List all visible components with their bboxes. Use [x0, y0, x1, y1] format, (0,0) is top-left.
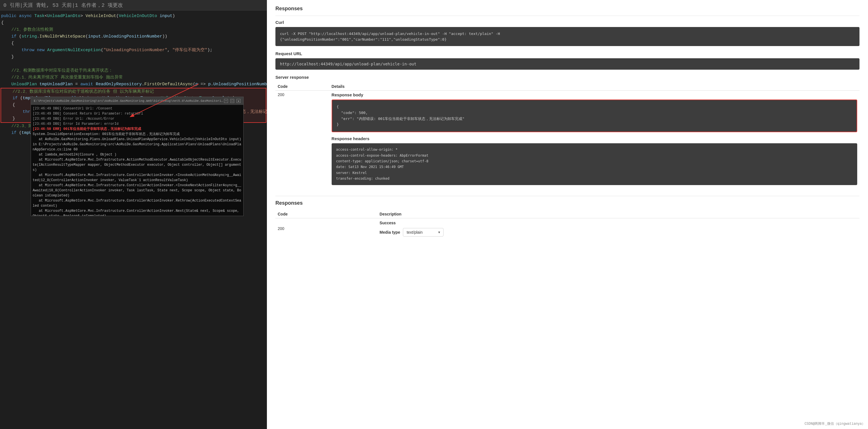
- desc-code: 200: [275, 218, 377, 239]
- watermark: CSDN@两脚羊_微信（qingwatianya）: [804, 421, 865, 426]
- media-type-select-wrapper[interactable]: text/plain application/json text/json: [403, 228, 443, 236]
- code-line: {: [0, 20, 267, 26]
- code-line: //2、检测数据库中对应车位是否处于尚未离开状态：: [0, 67, 267, 74]
- console-line: at AoRuiDe.GasMonitoring.Plans.UnloadPla…: [33, 137, 242, 152]
- code-line: }: [0, 54, 267, 61]
- console-close-button[interactable]: ✕: [237, 99, 241, 103]
- response-headers-content: access-control-allow-origin: * access-co…: [332, 143, 857, 185]
- request-url-label: Request URL: [275, 51, 860, 56]
- highlighted-code-line: //2.2、数据库没有车位对应的处于巡检状态的任务 但 以为车辆离开标记: [1, 88, 266, 95]
- code-panel: 0 引用|天涯 青蛙, 53 天前|1 名作者，2 项更改 public asy…: [0, 0, 267, 429]
- console-line: at lambda_method124(Closure , Object ): [33, 152, 242, 157]
- response-code: 200: [275, 91, 329, 192]
- desc-row: 200 Success Media type text/plain applic…: [275, 218, 860, 239]
- media-type-select[interactable]: text/plain application/json text/json: [403, 228, 443, 236]
- console-line: [23:46:49 DBG] ConsentUrl Url: /Consent: [33, 106, 242, 111]
- request-url: http://localhost:44349/api/app/unload-pl…: [275, 58, 860, 70]
- code-header: 0 引用|天涯 青蛙, 53 天前|1 名作者，2 项更改: [0, 0, 267, 10]
- response-row: 200 Response body { "code": 500, "err": …: [275, 91, 860, 192]
- console-line: System.InvalidOperationException: 001车位当…: [33, 132, 242, 137]
- console-minimize-button[interactable]: ─: [224, 99, 228, 103]
- response-body-content: { "code": 500, "err": "内部错误: 001车位当前处于非卸…: [332, 99, 857, 132]
- responses-title: Responses: [275, 6, 860, 12]
- code-line: {: [0, 40, 267, 47]
- response-body-label: Response body: [332, 92, 857, 97]
- console-line: at Microsoft.AspNetCore.Mvc.Infrastructu…: [33, 208, 242, 216]
- response-details: Response body { "code": 500, "err": "内部错…: [329, 91, 860, 192]
- desc-code-header: Code: [275, 210, 377, 218]
- code-line: if (string.IsNullOrWhiteSpace(input.Unlo…: [0, 33, 267, 40]
- console-path: E:\Projects\AoRuiDe.GasMonitoring\src\Ao…: [34, 99, 224, 103]
- media-type-label: Media type: [380, 230, 400, 234]
- console-line: [23:46:49 DBG] Error Id Parameter: error…: [33, 121, 242, 126]
- console-line: at Microsoft.AspNetCore.Mvc.Infrastructu…: [33, 173, 242, 183]
- code-header: Code: [275, 82, 329, 91]
- code-line: [0, 61, 267, 67]
- console-line: at Microsoft.AspNetCore.Mvc.Infrastructu…: [33, 198, 242, 208]
- code-line: throw new ArgumentNullException("Unloadi…: [0, 47, 267, 54]
- server-response-table: Code Details 200 Response body { "code":…: [275, 82, 860, 192]
- console-line: at Microsoft.AspNetCore.Mvc.Infrastructu…: [33, 157, 242, 173]
- code-line: public async Task<UnloadPlanDto> Vehicle…: [0, 13, 267, 20]
- right-panel: Responses Curl curl -X POST "http://loca…: [267, 0, 868, 429]
- details-header: Details: [329, 82, 860, 91]
- responses-desc-table: Code Description 200 Success Media type …: [275, 210, 860, 239]
- console-line: at Microsoft.AspNetCore.Mvc.Infrastructu…: [33, 183, 242, 198]
- console-restore-button[interactable]: □: [230, 99, 234, 103]
- console-window: E:\Projects\AoRuiDe.GasMonitoring\src\Ao…: [31, 97, 244, 216]
- code-line: //1、参数合法性检测: [0, 26, 267, 33]
- desc-success: Success Media type text/plain applicatio…: [377, 218, 860, 239]
- responses-section-title: Responses: [275, 200, 860, 206]
- console-body: [23:46:49 DBG] ConsentUrl Url: /Consent …: [31, 105, 243, 216]
- server-response-label: Server response: [275, 75, 860, 80]
- media-type-row: Media type text/plain application/json t…: [380, 228, 857, 236]
- description-header: Description: [377, 210, 860, 218]
- curl-code: curl -X POST "http://localhost:44349/api…: [275, 27, 860, 46]
- console-error-line: [23:46:50 ERR] 001车位当前处于非卸车状态，无法标记为卸车完成: [33, 126, 242, 132]
- curl-label: Curl: [275, 20, 860, 25]
- console-line: [23:46:49 DBG] Consent Return Url Parame…: [33, 111, 242, 116]
- divider: [275, 16, 860, 16]
- console-line: [23:46:49 DBG] Error Url: /Account/Error: [33, 116, 242, 121]
- divider-2: [275, 196, 860, 196]
- console-titlebar: E:\Projects\AoRuiDe.GasMonitoring\src\Ao…: [31, 97, 243, 105]
- success-label: Success: [380, 221, 857, 225]
- code-line: //2.1、尚未离开情况下 再次接受重复卸车指令 抛出异常: [0, 74, 267, 81]
- code-line: UnloadPlan tmpUnloadPlan = await ReadOnl…: [0, 81, 267, 88]
- response-headers-label: Response headers: [332, 136, 857, 141]
